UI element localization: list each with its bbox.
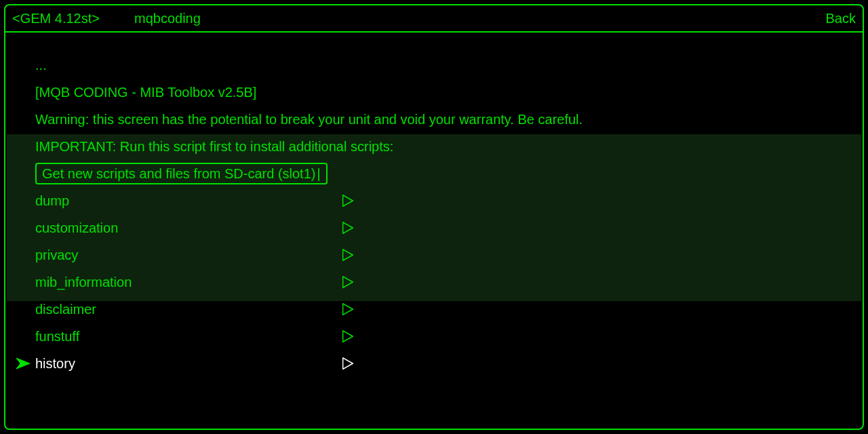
submenu-icon <box>340 275 355 290</box>
menu-item-label: history <box>35 356 340 372</box>
body: ... [MQB CODING - MIB Toolbox v2.5B] War… <box>5 33 863 429</box>
content: ... [MQB CODING - MIB Toolbox v2.5B] War… <box>5 52 863 377</box>
submenu-icon <box>340 193 355 208</box>
ellipsis-line: ... <box>35 52 863 79</box>
menu-item-dump[interactable]: dump <box>35 187 863 214</box>
submenu-icon <box>340 302 355 317</box>
menu-item-disclaimer[interactable]: disclaimer <box>35 296 863 323</box>
submenu-icon <box>340 356 355 371</box>
app-subtitle: mqbcoding <box>134 11 201 26</box>
menu-item-label: funstuff <box>35 329 340 344</box>
boxed-line[interactable]: Get new scripts and files from SD-card (… <box>35 160 863 187</box>
menu-item-privacy[interactable]: privacy <box>35 241 863 269</box>
warning-line: Warning: this screen has the potential t… <box>35 106 863 133</box>
back-button[interactable]: Back <box>826 11 856 26</box>
cursor-icon <box>15 355 31 372</box>
warning-text: Warning: this screen has the potential t… <box>35 112 583 127</box>
menu-item-label: disclaimer <box>35 302 340 317</box>
banner-line: [MQB CODING - MIB Toolbox v2.5B] <box>35 79 863 106</box>
important-line: IMPORTANT: Run this script first to inst… <box>35 133 863 160</box>
boxed-button[interactable]: Get new scripts and files from SD-card (… <box>35 163 328 184</box>
menu-item-funstuff[interactable]: funstuff <box>35 323 863 350</box>
menu-item-label: dump <box>35 193 340 209</box>
app-title: <GEM 4.12st> <box>12 11 134 26</box>
screen-frame: <GEM 4.12st> mqbcoding Back ... [MQB COD… <box>4 4 864 430</box>
banner-text: [MQB CODING - MIB Toolbox v2.5B] <box>35 85 256 100</box>
ellipsis-text: ... <box>35 58 47 73</box>
important-text: IMPORTANT: Run this script first to inst… <box>35 139 393 155</box>
menu-item-label: customization <box>35 220 340 236</box>
menu-item-label: mib_information <box>35 275 340 290</box>
menu-item-mib-information[interactable]: mib_information <box>35 269 863 296</box>
submenu-icon <box>340 329 355 344</box>
header-bar: <GEM 4.12st> mqbcoding Back <box>5 5 863 33</box>
submenu-icon <box>340 220 355 235</box>
submenu-icon <box>340 248 355 262</box>
menu-item-label: privacy <box>35 248 340 263</box>
menu-item-history[interactable]: history <box>35 350 863 377</box>
menu-item-customization[interactable]: customization <box>35 214 863 241</box>
